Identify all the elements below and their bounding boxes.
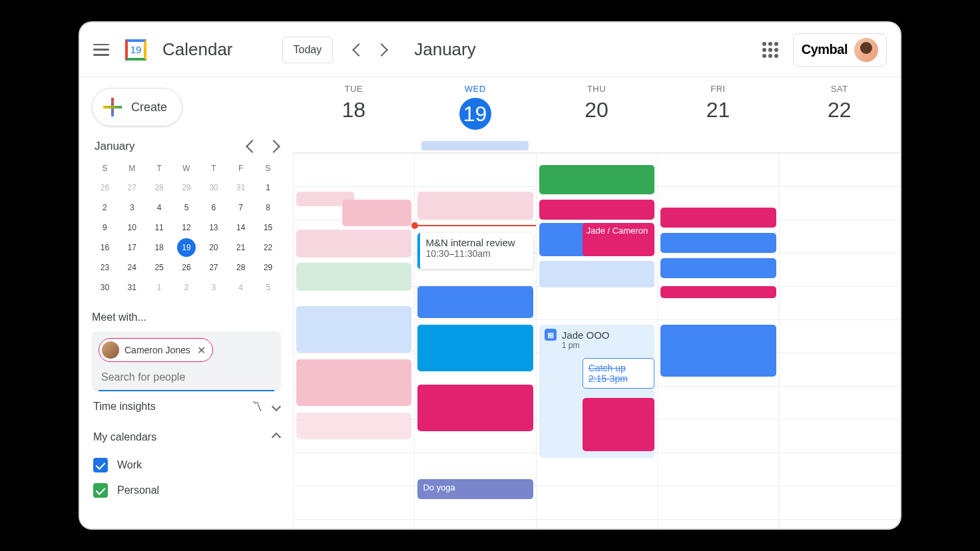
event-block[interactable] — [539, 200, 654, 220]
mini-day[interactable]: 27 — [204, 258, 223, 277]
day-header[interactable]: FRI21 — [657, 77, 778, 141]
main-menu-icon[interactable] — [93, 42, 109, 58]
mini-day[interactable]: 10 — [122, 218, 141, 237]
mini-day[interactable]: 11 — [150, 218, 168, 237]
mini-day[interactable]: 30 — [95, 278, 114, 297]
mini-day[interactable]: 19 — [177, 238, 196, 257]
event-jade-cameron[interactable]: Jade / Cameron — [583, 223, 654, 256]
mini-day[interactable]: 5 — [259, 278, 278, 297]
mini-day[interactable]: 20 — [204, 238, 223, 257]
mini-day[interactable]: 25 — [150, 258, 168, 277]
mini-day[interactable]: 29 — [259, 258, 278, 277]
google-apps-icon[interactable] — [762, 42, 778, 58]
mini-day[interactable]: 23 — [95, 258, 114, 277]
mini-day[interactable]: 3 — [122, 198, 141, 217]
event-block[interactable] — [342, 200, 412, 226]
event-block[interactable] — [660, 325, 776, 377]
event-block[interactable] — [417, 286, 533, 318]
mini-prev-icon[interactable] — [246, 140, 259, 153]
event-block[interactable] — [539, 165, 654, 194]
mini-dow: S — [92, 160, 118, 177]
calendar-item[interactable]: Work — [92, 453, 281, 478]
mini-day[interactable]: 30 — [204, 178, 223, 197]
my-calendars-row[interactable]: My calendars — [92, 422, 281, 453]
mini-day[interactable]: 21 — [232, 238, 250, 257]
mini-day[interactable]: 3 — [204, 278, 223, 297]
mini-day[interactable]: 2 — [177, 278, 196, 297]
mini-day[interactable]: 6 — [204, 198, 223, 217]
calendar-checkbox[interactable] — [93, 483, 108, 498]
mini-day[interactable]: 18 — [150, 238, 168, 257]
event-block[interactable] — [417, 325, 533, 371]
event-block[interactable] — [583, 398, 654, 451]
mini-day[interactable]: 7 — [232, 198, 250, 217]
day-column-thu[interactable]: Jade / Cameron ▦Jade OOO 1 pm Catch up 2… — [536, 153, 657, 528]
mini-day[interactable]: 4 — [150, 198, 168, 217]
create-button[interactable]: Create — [92, 88, 182, 126]
event-block[interactable] — [417, 385, 533, 431]
mini-day[interactable]: 31 — [122, 278, 141, 297]
event-block[interactable] — [417, 192, 533, 220]
event-block[interactable] — [296, 413, 411, 439]
account-chip[interactable]: Cymbal — [793, 33, 887, 67]
mini-day[interactable]: 5 — [177, 198, 196, 217]
today-button[interactable]: Today — [282, 37, 334, 63]
day-header[interactable]: TUE18 — [293, 77, 414, 141]
event-block[interactable] — [296, 359, 411, 406]
time-insights-row[interactable]: Time insights 〽︎ — [92, 391, 281, 422]
calendar-checkbox[interactable] — [93, 458, 108, 472]
current-time-indicator — [415, 225, 535, 226]
event-meeting-card[interactable]: M&N internal review 10:30–11:30am — [417, 233, 533, 269]
day-column-sat[interactable] — [779, 153, 900, 528]
day-column-wed[interactable]: M&N internal review 10:30–11:30am Do yog… — [414, 153, 535, 528]
mini-day[interactable]: 12 — [177, 218, 196, 237]
allday-event[interactable] — [421, 141, 529, 150]
mini-day[interactable]: 9 — [95, 218, 114, 237]
mini-calendar[interactable]: SMTWTFS262728293031123456789101112131415… — [92, 160, 281, 297]
day-header[interactable]: WED19 — [414, 77, 535, 141]
mini-day[interactable]: 17 — [122, 238, 141, 257]
event-yoga[interactable]: Do yoga — [417, 479, 533, 499]
day-header[interactable]: THU20 — [536, 77, 657, 141]
day-column-tue[interactable] — [293, 153, 414, 528]
person-chip[interactable]: Cameron Jones ✕ — [99, 338, 213, 362]
mini-day[interactable]: 26 — [95, 178, 114, 197]
remove-person-icon[interactable]: ✕ — [196, 344, 207, 357]
mini-day[interactable]: 13 — [204, 218, 223, 237]
day-column-fri[interactable] — [657, 153, 778, 528]
mini-day[interactable]: 22 — [259, 238, 278, 257]
event-block[interactable] — [660, 258, 776, 278]
event-block[interactable] — [296, 263, 411, 291]
next-period-icon[interactable] — [375, 43, 388, 57]
mini-day[interactable]: 15 — [259, 218, 278, 237]
mini-day[interactable]: 14 — [232, 218, 250, 237]
mini-day[interactable]: 8 — [259, 198, 278, 217]
mini-day[interactable]: 29 — [177, 178, 196, 197]
mini-day[interactable]: 24 — [122, 258, 141, 277]
event-block[interactable] — [296, 230, 411, 258]
day-header[interactable]: SAT22 — [779, 77, 900, 141]
mini-day[interactable]: 28 — [150, 178, 168, 197]
event-block[interactable] — [660, 208, 776, 228]
mini-day[interactable]: 1 — [259, 178, 278, 197]
mini-day[interactable]: 2 — [95, 198, 114, 217]
mini-day[interactable]: 27 — [122, 178, 141, 197]
event-block[interactable] — [660, 286, 776, 298]
event-block[interactable] — [539, 261, 654, 287]
mini-day[interactable]: 1 — [150, 278, 168, 297]
mini-day[interactable]: 4 — [232, 278, 250, 297]
calendar-item[interactable]: Personal — [92, 478, 281, 503]
plus-icon — [103, 98, 122, 116]
mini-day[interactable]: 31 — [232, 178, 250, 197]
mini-day[interactable]: 26 — [177, 258, 196, 277]
event-block[interactable] — [296, 306, 411, 353]
mini-next-icon[interactable] — [267, 140, 280, 153]
prev-period-icon[interactable] — [352, 43, 366, 57]
my-calendars-label: My calendars — [93, 431, 156, 443]
event-block[interactable] — [660, 233, 776, 253]
mini-day[interactable]: 28 — [232, 258, 250, 277]
search-people-input[interactable] — [99, 362, 274, 391]
day-of-week: SAT — [779, 84, 900, 94]
mini-day[interactable]: 16 — [95, 238, 114, 257]
event-declined[interactable]: Catch up 2:15-3pm — [583, 358, 654, 389]
